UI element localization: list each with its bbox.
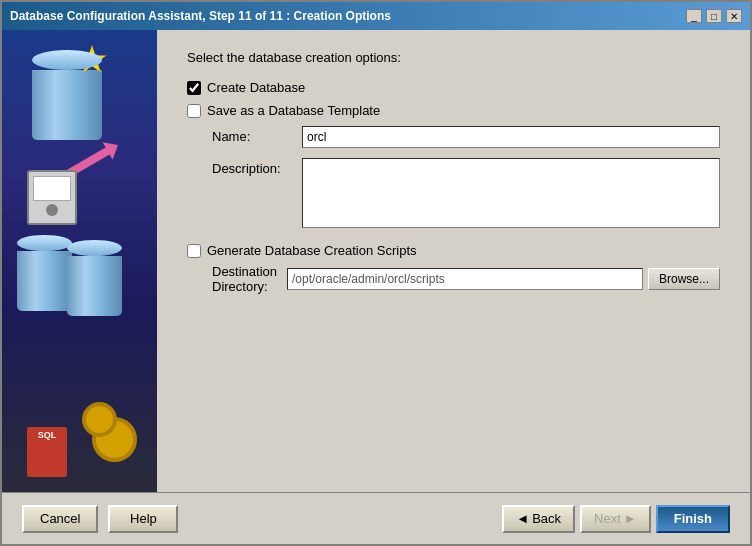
gear-small-icon <box>82 402 117 437</box>
cylinder-small-body-2 <box>67 256 122 316</box>
save-template-text: Save as a Database Template <box>207 103 380 118</box>
left-panel: SQL <box>2 30 157 492</box>
section-title: Select the database creation options: <box>187 50 720 65</box>
bottom-right-cylinder <box>67 240 122 316</box>
generate-scripts-checkbox[interactable] <box>187 244 201 258</box>
cancel-button[interactable]: Cancel <box>22 505 98 533</box>
scripts-section: Generate Database Creation Scripts Desti… <box>187 243 720 294</box>
save-template-label[interactable]: Save as a Database Template <box>187 103 720 118</box>
right-buttons: ◄ Back Next ► Finish <box>502 505 730 533</box>
browse-button[interactable]: Browse... <box>648 268 720 290</box>
back-button[interactable]: ◄ Back <box>502 505 575 533</box>
floppy-hole <box>46 204 58 216</box>
maximize-button[interactable]: □ <box>706 9 722 23</box>
cylinder-small-top <box>17 235 72 251</box>
right-panel: Select the database creation options: Cr… <box>157 30 750 492</box>
title-bar: Database Configuration Assistant, Step 1… <box>2 2 750 30</box>
description-label: Description: <box>212 158 302 176</box>
description-textarea[interactable] <box>302 158 720 228</box>
destination-input[interactable] <box>287 268 643 290</box>
next-arrow-icon: ► <box>624 511 637 526</box>
create-database-label[interactable]: Create Database <box>187 80 720 95</box>
cylinder-small-body <box>17 251 72 311</box>
destination-label: Destination Directory: <box>212 264 282 294</box>
create-database-option: Create Database <box>187 80 720 95</box>
generate-scripts-label[interactable]: Generate Database Creation Scripts <box>187 243 720 258</box>
help-button[interactable]: Help <box>108 505 178 533</box>
cylinder-top-ellipse <box>32 50 102 70</box>
template-sub-options: Name: Description: <box>212 126 720 228</box>
finish-button[interactable]: Finish <box>656 505 730 533</box>
back-label: Back <box>532 511 561 526</box>
generate-scripts-text: Generate Database Creation Scripts <box>207 243 417 258</box>
destination-row: Destination Directory: Browse... <box>212 264 720 294</box>
next-button[interactable]: Next ► <box>580 505 651 533</box>
name-label: Name: <box>212 126 302 144</box>
create-database-text: Create Database <box>207 80 305 95</box>
next-label: Next <box>594 511 621 526</box>
left-buttons: Cancel Help <box>22 505 178 533</box>
description-row: Description: <box>212 158 720 228</box>
save-template-checkbox[interactable] <box>187 104 201 118</box>
sql-book-text: SQL <box>27 427 67 440</box>
bottom-bar: Cancel Help ◄ Back Next ► Finish <box>2 492 750 544</box>
top-cylinder <box>32 50 102 140</box>
cylinder-small-top-2 <box>67 240 122 256</box>
content-area: SQL Select the database creation options… <box>2 30 750 492</box>
name-row: Name: <box>212 126 720 148</box>
bottom-left-cylinder <box>17 235 72 311</box>
minimize-button[interactable]: _ <box>686 9 702 23</box>
back-arrow-icon: ◄ <box>516 511 529 526</box>
title-bar-controls: _ □ ✕ <box>686 9 742 23</box>
name-input[interactable] <box>302 126 720 148</box>
create-database-checkbox[interactable] <box>187 81 201 95</box>
sql-book-icon: SQL <box>27 427 67 477</box>
save-template-option: Save as a Database Template Name: Descri… <box>187 103 720 228</box>
main-window: Database Configuration Assistant, Step 1… <box>0 0 752 546</box>
close-button[interactable]: ✕ <box>726 9 742 23</box>
cylinder-body <box>32 70 102 140</box>
floppy-label <box>33 176 71 201</box>
illustration: SQL <box>12 40 147 482</box>
window-title: Database Configuration Assistant, Step 1… <box>10 9 391 23</box>
floppy-disk-icon <box>27 170 77 225</box>
